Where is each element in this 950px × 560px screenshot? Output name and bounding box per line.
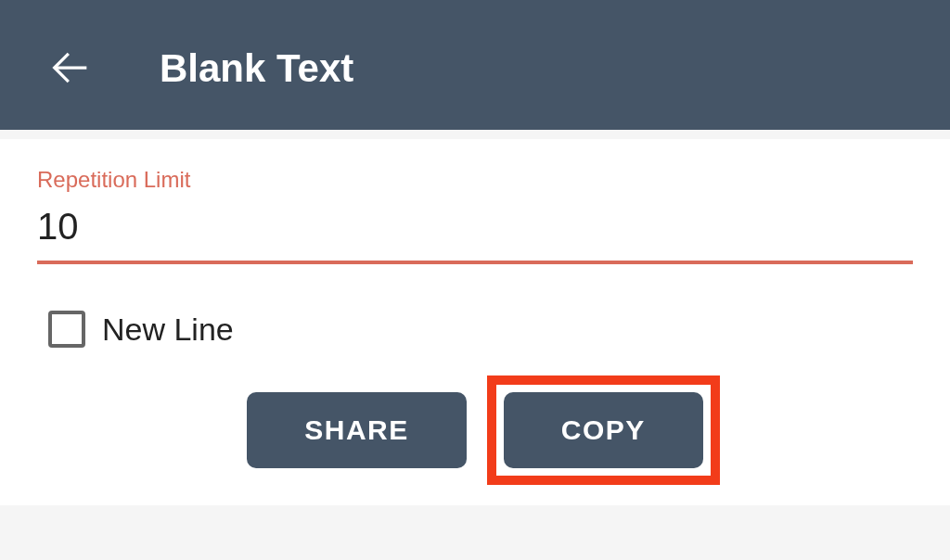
repetition-limit-label: Repetition Limit <box>37 167 913 193</box>
copy-button[interactable]: COPY <box>504 392 703 468</box>
repetition-limit-input[interactable] <box>37 193 913 264</box>
action-buttons: SHARE COPY <box>37 392 913 468</box>
newline-label: New Line <box>102 312 234 348</box>
page-title: Blank Text <box>160 46 353 91</box>
copy-highlight: COPY <box>504 392 703 468</box>
newline-checkbox[interactable] <box>48 311 85 348</box>
share-button[interactable]: SHARE <box>247 392 467 468</box>
back-arrow-icon[interactable] <box>46 44 95 95</box>
app-header: Blank Text <box>0 0 950 130</box>
main-content: Repetition Limit New Line SHARE COPY <box>0 139 950 505</box>
newline-row: New Line <box>48 311 913 348</box>
